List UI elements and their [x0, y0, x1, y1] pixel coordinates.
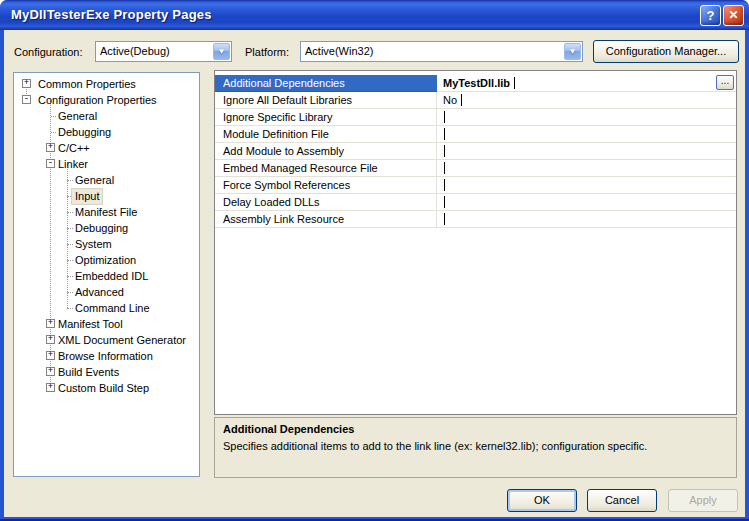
platform-select[interactable]: Active(Win32) ▼ — [300, 41, 583, 62]
property-name: Ignore All Default Libraries — [215, 92, 437, 109]
tree-item-label[interactable]: Embedded IDL — [72, 269, 151, 284]
property-row[interactable]: Force Symbol References — [215, 177, 736, 194]
property-value-cell[interactable] — [437, 126, 736, 143]
tree-item[interactable]: - Configuration Properties — [14, 92, 199, 108]
tree-item-label[interactable]: Input — [72, 189, 102, 204]
tree-expander-icon[interactable]: + — [22, 79, 31, 88]
tree-item-label[interactable]: System — [72, 237, 115, 252]
titlebar[interactable]: MyDllTesterExe Property Pages ? ✕ — [0, 0, 749, 30]
property-value-text: No — [443, 94, 457, 106]
tree-item[interactable]: Debugging — [14, 220, 199, 236]
tree-item-label[interactable]: General — [72, 173, 117, 188]
tree-item-label[interactable]: Browse Information — [55, 349, 156, 364]
platform-label: Platform: — [245, 46, 289, 58]
tree-expander-icon[interactable]: - — [22, 95, 31, 104]
tree-item[interactable]: System — [14, 236, 199, 252]
tree-item[interactable]: + C/C++ — [14, 140, 199, 156]
tree-item[interactable]: Input — [14, 188, 199, 204]
property-value-cell[interactable]: No — [437, 92, 736, 109]
tree-item-label[interactable]: Linker — [55, 157, 91, 172]
configuration-select[interactable]: Active(Debug) ▼ — [95, 41, 232, 62]
tree-item[interactable]: + Manifest Tool — [14, 316, 199, 332]
property-name: Add Module to Assembly — [215, 143, 437, 160]
tree-expander-icon[interactable]: + — [46, 383, 55, 392]
tree-item-label[interactable]: Custom Build Step — [55, 381, 152, 396]
tree-item-label[interactable]: Common Properties — [35, 77, 139, 92]
tree-item-label[interactable]: C/C++ — [55, 141, 93, 156]
configuration-selected-value: Active(Debug) — [100, 45, 170, 57]
tree-item[interactable]: + Common Properties — [14, 76, 199, 92]
tree-item-label[interactable]: Optimization — [72, 253, 139, 268]
property-value-cell[interactable] — [437, 194, 736, 211]
text-caret — [514, 77, 515, 89]
property-row[interactable]: Additional Dependencies MyTestDll.lib ..… — [215, 75, 736, 92]
text-caret — [444, 213, 445, 225]
property-row[interactable]: Module Definition File — [215, 126, 736, 143]
property-name: Additional Dependencies — [215, 75, 437, 92]
tree-item-label[interactable]: Manifest Tool — [55, 317, 126, 332]
help-button[interactable]: ? — [700, 5, 721, 26]
close-button[interactable]: ✕ — [723, 5, 744, 26]
tree-item[interactable]: + Browse Information — [14, 348, 199, 364]
tree-item[interactable]: + XML Document Generator — [14, 332, 199, 348]
tree-item[interactable]: Embedded IDL — [14, 268, 199, 284]
property-value-cell[interactable] — [437, 160, 736, 177]
property-value-cell[interactable]: MyTestDll.lib ... — [437, 75, 736, 92]
property-name: Ignore Specific Library — [215, 109, 437, 126]
text-caret — [444, 111, 445, 123]
property-value-cell[interactable] — [437, 143, 736, 160]
tree-item[interactable]: + Build Events — [14, 364, 199, 380]
property-row[interactable]: Ignore All Default Libraries No — [215, 92, 736, 109]
tree-expander-icon[interactable]: - — [46, 159, 55, 168]
ok-button[interactable]: OK — [507, 489, 577, 512]
text-caret — [444, 128, 445, 140]
tree-item[interactable]: Debugging — [14, 124, 199, 140]
tree-item[interactable]: Manifest File — [14, 204, 199, 220]
tree-item-label[interactable]: General — [55, 109, 100, 124]
tree-item[interactable]: - Linker — [14, 156, 199, 172]
tree-item-label[interactable]: Advanced — [72, 285, 127, 300]
tree-item[interactable]: General — [14, 172, 199, 188]
apply-button[interactable]: Apply — [668, 489, 738, 512]
browse-ellipsis-button[interactable]: ... — [716, 75, 734, 90]
property-name: Assembly Link Resource — [215, 211, 437, 228]
tree-item-label[interactable]: Command Line — [72, 301, 153, 316]
tree-expander-icon[interactable]: + — [46, 367, 55, 376]
tree-item-label[interactable]: Debugging — [72, 221, 131, 236]
text-caret — [444, 162, 445, 174]
tree-item-label[interactable]: Build Events — [55, 365, 122, 380]
property-row[interactable]: Embed Managed Resource File — [215, 160, 736, 177]
property-value-text: MyTestDll.lib — [443, 77, 510, 89]
chevron-down-icon[interactable]: ▼ — [564, 43, 581, 60]
property-row[interactable]: Ignore Specific Library — [215, 109, 736, 126]
cancel-button[interactable]: Cancel — [587, 489, 657, 512]
pages-tree: + Common Properties - Configuration Prop… — [13, 72, 200, 477]
property-value-cell[interactable] — [437, 109, 736, 126]
property-row[interactable]: Delay Loaded DLLs — [215, 194, 736, 211]
text-caret — [444, 145, 445, 157]
tree-expander-icon[interactable]: + — [46, 351, 55, 360]
window-title: MyDllTesterExe Property Pages — [11, 7, 212, 22]
tree-item-label[interactable]: Manifest File — [72, 205, 140, 220]
tree-expander-icon[interactable]: + — [46, 319, 55, 328]
chevron-down-icon[interactable]: ▼ — [213, 43, 230, 60]
tree-item[interactable]: Optimization — [14, 252, 199, 268]
tree-item-label[interactable]: XML Document Generator — [55, 333, 189, 348]
property-name: Module Definition File — [215, 126, 437, 143]
configuration-manager-button[interactable]: Configuration Manager... — [593, 40, 739, 63]
tree-item[interactable]: General — [14, 108, 199, 124]
grid-root: Additional Dependencies MyTestDll.lib ..… — [215, 71, 736, 228]
tree-item-label[interactable]: Configuration Properties — [35, 93, 160, 108]
property-row[interactable]: Assembly Link Resource — [215, 211, 736, 228]
description-panel: Additional Dependencies Specifies additi… — [214, 417, 737, 478]
tree-item[interactable]: Command Line — [14, 300, 199, 316]
property-value-cell[interactable] — [437, 211, 736, 228]
property-grid: Additional Dependencies MyTestDll.lib ..… — [214, 70, 737, 415]
tree-item[interactable]: Advanced — [14, 284, 199, 300]
tree-item-label[interactable]: Debugging — [55, 125, 114, 140]
property-value-cell[interactable] — [437, 177, 736, 194]
tree-item[interactable]: + Custom Build Step — [14, 380, 199, 396]
property-row[interactable]: Add Module to Assembly — [215, 143, 736, 160]
tree-expander-icon[interactable]: + — [46, 335, 55, 344]
tree-expander-icon[interactable]: + — [46, 143, 55, 152]
